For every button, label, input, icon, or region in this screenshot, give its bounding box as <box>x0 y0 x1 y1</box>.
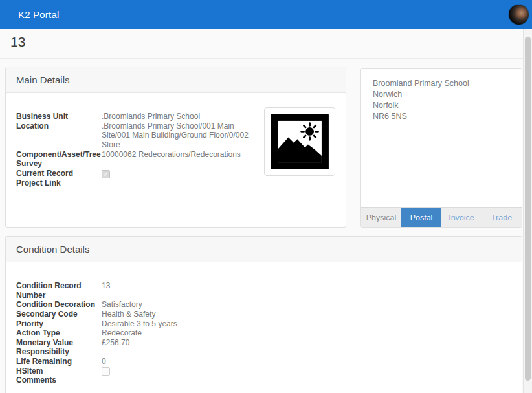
scrollbar-thumb[interactable] <box>525 37 531 381</box>
field-label: Priority <box>16 319 102 329</box>
field-value: 10000062 Redecorations/Redecorations <box>102 150 257 169</box>
field-label: Condition Record Number <box>16 281 102 300</box>
field-label: Life Remaining <box>16 357 102 366</box>
page-divider <box>0 58 523 59</box>
field-value: Health & Safety <box>102 310 511 319</box>
address-line: Broomland Primary School <box>373 78 510 89</box>
field-row: Condition DecorationSatisfactory <box>16 300 511 310</box>
main-details-header: Main Details <box>6 67 346 93</box>
tab-postal[interactable]: Postal <box>401 208 441 227</box>
field-row: PriorityDesirable 3 to 5 years <box>16 319 511 329</box>
field-row: Location.Broomlands Primary School/001 M… <box>16 122 257 150</box>
field-value: Redecorate <box>102 328 511 338</box>
field-label: Comments <box>16 376 102 385</box>
checkbox-unchecked[interactable] <box>102 367 110 376</box>
checkbox-checked[interactable]: ✓ <box>102 170 110 178</box>
field-label: Condition Decoration <box>16 300 102 310</box>
address-line: Norfolk <box>373 100 510 111</box>
field-value: £256.70 <box>102 338 511 348</box>
field-value <box>102 347 511 357</box>
address-card: Broomland Primary SchoolNorwichNorfolkNR… <box>360 68 522 228</box>
user-avatar[interactable] <box>509 5 529 25</box>
field-label: Project Link <box>16 178 102 188</box>
condition-details-fields: Condition Record Number13Condition Decor… <box>16 281 511 385</box>
image-placeholder[interactable] <box>264 107 335 176</box>
field-row: Component/Asset/Tree Survey10000062 Rede… <box>16 150 257 169</box>
field-row: Action TypeRedecorate <box>16 328 511 338</box>
field-label: Current Record <box>16 169 102 178</box>
field-label: Location <box>16 122 102 150</box>
field-label: Responsibility <box>16 347 102 357</box>
field-value: 0 <box>102 357 511 366</box>
condition-details-card: Condition Details Condition Record Numbe… <box>5 236 522 393</box>
app-title: K2 Portal <box>18 9 60 20</box>
main-details-title: Main Details <box>16 74 70 85</box>
field-row: Project Link <box>16 178 257 188</box>
main-details-fields: Business Unit.Broomlands Primary SchoolL… <box>16 112 257 187</box>
address-line: Norwich <box>373 89 510 100</box>
vertical-scrollbar[interactable] <box>523 29 532 393</box>
address-line: NR6 5NS <box>373 111 510 122</box>
field-row: Comments <box>16 376 511 385</box>
field-label: Component/Asset/Tree Survey <box>16 150 102 169</box>
tab-trade[interactable]: Trade <box>482 208 522 227</box>
address-tab-bar: PhysicalPostalInvoiceTrade <box>361 207 522 227</box>
field-row: Current Record✓ <box>16 169 257 178</box>
field-row: HSItem <box>16 366 511 376</box>
field-row: Condition Record Number13 <box>16 281 511 300</box>
picture-icon <box>270 113 329 170</box>
field-label: Business Unit <box>16 112 102 122</box>
field-label: HSItem <box>16 366 102 376</box>
field-label: Action Type <box>16 328 102 338</box>
condition-details-title: Condition Details <box>16 244 89 255</box>
field-value <box>102 178 257 188</box>
field-value: Desirable 3 to 5 years <box>102 319 511 329</box>
field-value <box>102 366 511 376</box>
field-value: Satisfactory <box>102 300 511 310</box>
main-details-card: Main Details Business Unit.Broomlands Pr… <box>5 67 346 228</box>
address-lines: Broomland Primary SchoolNorwichNorfolkNR… <box>361 69 522 132</box>
field-value: 13 <box>102 281 511 300</box>
field-value: ✓ <box>102 169 257 178</box>
field-row: Life Remaining0 <box>16 357 511 366</box>
field-label: Secondary Code <box>16 310 102 319</box>
field-value: .Broomlands Primary School <box>102 112 257 122</box>
app-header: K2 Portal <box>0 0 532 29</box>
field-value: .Broomlands Primary School/001 Main Site… <box>102 122 257 150</box>
field-label: Monetary Value <box>16 338 102 348</box>
condition-details-header: Condition Details <box>6 237 522 262</box>
field-row: Business Unit.Broomlands Primary School <box>16 112 257 122</box>
page-title: 13 <box>10 34 25 50</box>
field-row: Monetary Value£256.70 <box>16 338 511 348</box>
tab-invoice[interactable]: Invoice <box>441 208 482 227</box>
tab-physical[interactable]: Physical <box>361 208 401 227</box>
field-value <box>102 376 511 385</box>
field-row: Secondary CodeHealth & Safety <box>16 310 511 319</box>
field-row: Responsibility <box>16 347 511 357</box>
